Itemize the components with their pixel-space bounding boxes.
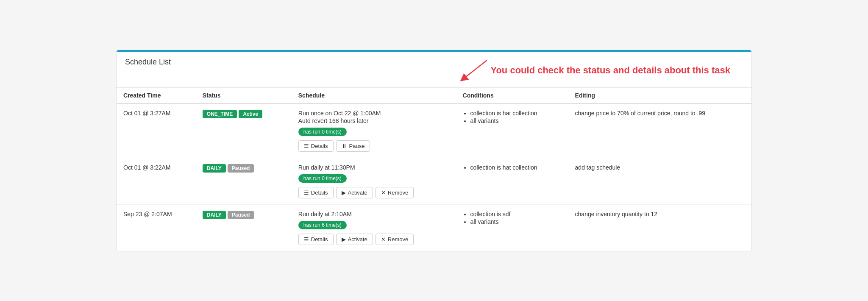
remove-button[interactable]: ✕ Remove — [376, 187, 414, 198]
table-row: Oct 01 @ 3:22AMDAILYPausedRun daily at 1… — [117, 158, 751, 205]
cell-conditions: collection is sdfall variants — [456, 205, 568, 251]
arrow-icon — [456, 58, 490, 83]
status-badge: Active — [239, 110, 262, 118]
button-group: ☰ Details▶ Activate✕ Remove — [298, 234, 449, 245]
col-editing: Editing — [568, 88, 751, 103]
status-badge: Paused — [228, 211, 254, 219]
schedule-line2: Auto revert 168 hours later — [298, 117, 449, 124]
details-button[interactable]: ☰ Details — [298, 140, 334, 152]
card-header: Schedule List You could check the status… — [117, 52, 751, 88]
schedule-line1: Run daily at 2:10AM — [298, 211, 449, 217]
list-icon: ☰ — [304, 190, 309, 196]
cell-conditions: collection is hat collectionall variants — [456, 103, 568, 158]
activate-button[interactable]: ▶ Activate — [336, 187, 373, 198]
button-label: Details — [311, 236, 328, 242]
schedule-table: Created Time Status Schedule Conditions … — [117, 88, 751, 251]
button-label: Details — [311, 143, 328, 149]
button-label: Pause — [349, 143, 365, 149]
button-group: ☰ Details⏸ Pause — [298, 140, 449, 152]
play-icon: ▶ — [342, 190, 346, 196]
run-count-badge: has run 6 time(s) — [298, 221, 347, 229]
button-group: ☰ Details▶ Activate✕ Remove — [298, 187, 449, 198]
details-button[interactable]: ☰ Details — [298, 234, 334, 245]
col-created-time: Created Time — [117, 88, 196, 103]
annotation-wrapper: You could check the status and details a… — [456, 58, 743, 83]
status-badge: Paused — [228, 164, 254, 173]
run-count-badge: has run 0 time(s) — [298, 128, 347, 136]
schedule-list-card: Schedule List You could check the status… — [116, 50, 752, 251]
list-icon: ☰ — [304, 236, 309, 242]
cell-created-time: Oct 01 @ 3:22AM — [117, 158, 196, 205]
cell-editing: add tag schedule — [568, 158, 751, 205]
x-icon: ✕ — [381, 236, 386, 242]
col-schedule: Schedule — [292, 88, 456, 103]
type-badge: DAILY — [203, 211, 226, 219]
cell-created-time: Oct 01 @ 3:27AM — [117, 103, 196, 158]
annotation-text: You could check the status and details a… — [490, 65, 730, 76]
remove-button[interactable]: ✕ Remove — [376, 234, 414, 245]
button-label: Activate — [348, 236, 367, 242]
button-label: Remove — [388, 190, 408, 196]
condition-item: collection is sdf — [470, 211, 562, 217]
button-label: Details — [311, 190, 328, 196]
cell-schedule: Run daily at 2:10AMhas run 6 time(s)☰ De… — [292, 205, 456, 251]
button-label: Activate — [348, 190, 367, 196]
cell-schedule: Run daily at 11:30PMhas run 0 time(s)☰ D… — [292, 158, 456, 205]
list-icon: ☰ — [304, 143, 309, 149]
type-badge: ONE_TIME — [203, 110, 237, 118]
svg-line-1 — [463, 60, 487, 79]
schedule-line1: Run daily at 11:30PM — [298, 164, 449, 171]
cell-conditions: collection is hat collection — [456, 158, 568, 205]
condition-item: collection is hat collection — [470, 110, 562, 117]
table-row: Sep 23 @ 2:07AMDAILYPausedRun daily at 2… — [117, 205, 751, 251]
condition-item: collection is hat collection — [470, 164, 562, 171]
button-label: Remove — [388, 236, 408, 242]
condition-item: all variants — [470, 117, 562, 124]
cell-status: ONE_TIMEActive — [196, 103, 292, 158]
pause-icon: ⏸ — [342, 143, 347, 149]
run-count-badge: has run 0 time(s) — [298, 174, 347, 183]
schedule-line1: Run once on Oct 22 @ 1:00AM — [298, 110, 449, 117]
cell-editing: change price to 70% of current price, ro… — [568, 103, 751, 158]
details-button[interactable]: ☰ Details — [298, 187, 334, 198]
play-icon: ▶ — [342, 236, 346, 242]
table-header-row: Created Time Status Schedule Conditions … — [117, 88, 751, 103]
x-icon: ✕ — [381, 190, 386, 196]
cell-status: DAILYPaused — [196, 158, 292, 205]
condition-item: all variants — [470, 218, 562, 225]
cell-status: DAILYPaused — [196, 205, 292, 251]
cell-schedule: Run once on Oct 22 @ 1:00AMAuto revert 1… — [292, 103, 456, 158]
activate-button[interactable]: ▶ Activate — [336, 234, 373, 245]
type-badge: DAILY — [203, 164, 226, 173]
cell-created-time: Sep 23 @ 2:07AM — [117, 205, 196, 251]
col-conditions: Conditions — [456, 88, 568, 103]
cell-editing: change inventory quantity to 12 — [568, 205, 751, 251]
pause-button[interactable]: ⏸ Pause — [336, 140, 370, 152]
col-status: Status — [196, 88, 292, 103]
table-row: Oct 01 @ 3:27AMONE_TIMEActiveRun once on… — [117, 103, 751, 158]
page-title: Schedule List — [125, 58, 171, 67]
